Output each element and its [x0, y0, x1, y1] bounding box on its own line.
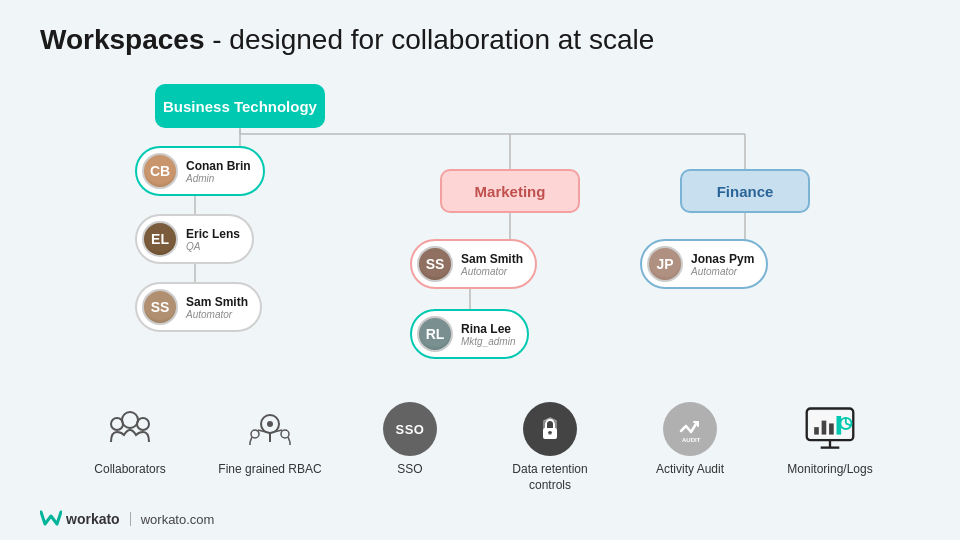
features-row: Collaborators: [40, 392, 920, 493]
audit-circle: AUDIT: [663, 402, 717, 456]
person-role-conan: Admin: [186, 173, 251, 184]
sso-text: SSO: [396, 422, 425, 437]
person-role-sam-mkt: Automator: [461, 266, 523, 277]
workato-url: workato.com: [141, 512, 215, 527]
svg-line-26: [250, 437, 252, 442]
person-name-eric: Eric Lens: [186, 227, 240, 241]
avatar-jonas: JP: [647, 246, 683, 282]
person-card-conan: CB Conan Brin Admin: [135, 146, 265, 196]
workato-logo: workato: [40, 510, 120, 528]
collaborators-svg: [103, 402, 157, 456]
avatar-rina: RL: [417, 316, 453, 352]
person-info-conan: Conan Brin Admin: [186, 159, 251, 184]
person-name-jonas: Jonas Pym: [691, 252, 754, 266]
feature-sso: SSO SSO: [350, 402, 470, 478]
sso-icon: SSO: [383, 402, 437, 456]
svg-point-24: [251, 430, 259, 438]
rbac-svg: [243, 402, 297, 456]
workspace-marketing: Marketing: [440, 169, 580, 213]
rbac-label: Fine grained RBAC: [218, 462, 321, 478]
person-card-sam-mkt: SS Sam Smith Automator: [410, 239, 537, 289]
audit-svg: AUDIT: [675, 414, 705, 444]
sso-label: SSO: [397, 462, 422, 478]
svg-text:AUDIT: AUDIT: [682, 437, 701, 443]
avatar-sam-biz: SS: [142, 289, 178, 325]
rbac-icon: [243, 402, 297, 456]
person-role-eric: QA: [186, 241, 240, 252]
avatar-sam-mkt: SS: [417, 246, 453, 282]
person-info-sam-mkt: Sam Smith Automator: [461, 252, 523, 277]
person-name-rina: Rina Lee: [461, 322, 515, 336]
feature-rbac: Fine grained RBAC: [210, 402, 330, 478]
page-title: Workspaces - designed for collaboration …: [40, 24, 920, 56]
footer: workato workato.com: [40, 510, 214, 528]
person-role-jonas: Automator: [691, 266, 754, 277]
person-card-jonas: JP Jonas Pym Automator: [640, 239, 768, 289]
sso-circle: SSO: [383, 402, 437, 456]
person-card-rina: RL Rina Lee Mktg_admin: [410, 309, 529, 359]
monitoring-label: Monitoring/Logs: [787, 462, 872, 478]
person-card-sam-biz: SS Sam Smith Automator: [135, 282, 262, 332]
feature-activity-audit: AUDIT Activity Audit: [630, 402, 750, 478]
avatar-conan: CB: [142, 153, 178, 189]
collaborators-label: Collaborators: [94, 462, 165, 478]
workato-w-icon: [40, 510, 62, 528]
svg-point-20: [267, 421, 273, 427]
person-name-conan: Conan Brin: [186, 159, 251, 173]
person-name-sam-biz: Sam Smith: [186, 295, 248, 309]
svg-point-18: [137, 418, 149, 430]
svg-rect-37: [829, 423, 834, 434]
feature-collaborators: Collaborators: [70, 402, 190, 478]
svg-rect-36: [822, 421, 827, 435]
monitoring-icon: [803, 402, 857, 456]
lock-svg: [536, 415, 564, 443]
person-info-sam-biz: Sam Smith Automator: [186, 295, 248, 320]
svg-rect-35: [814, 427, 819, 434]
person-role-sam-biz: Automator: [186, 309, 248, 320]
slide: Workspaces - designed for collaboration …: [0, 0, 960, 540]
svg-point-16: [122, 412, 138, 428]
workspace-biz-tech: Business Technology: [155, 84, 325, 128]
feature-data-retention: Data retention controls: [490, 402, 610, 493]
workato-brand: workato: [66, 511, 120, 527]
person-info-rina: Rina Lee Mktg_admin: [461, 322, 515, 347]
monitor-svg: [803, 405, 857, 453]
svg-point-17: [111, 418, 123, 430]
workspace-finance: Finance: [680, 169, 810, 213]
data-retention-circle: [523, 402, 577, 456]
feature-monitoring: Monitoring/Logs: [770, 402, 890, 478]
footer-divider: [130, 512, 131, 526]
collaborators-icon: [103, 402, 157, 456]
person-info-jonas: Jonas Pym Automator: [691, 252, 754, 277]
svg-point-25: [281, 430, 289, 438]
data-retention-icon: [523, 402, 577, 456]
avatar-eric: EL: [142, 221, 178, 257]
activity-audit-icon: AUDIT: [663, 402, 717, 456]
org-chart: Business Technology Marketing Finance CB…: [40, 74, 920, 384]
activity-audit-label: Activity Audit: [656, 462, 724, 478]
person-role-rina: Mktg_admin: [461, 336, 515, 347]
person-card-eric: EL Eric Lens QA: [135, 214, 254, 264]
person-name-sam-mkt: Sam Smith: [461, 252, 523, 266]
person-info-eric: Eric Lens QA: [186, 227, 240, 252]
data-retention-label: Data retention controls: [490, 462, 610, 493]
svg-line-27: [288, 437, 290, 442]
